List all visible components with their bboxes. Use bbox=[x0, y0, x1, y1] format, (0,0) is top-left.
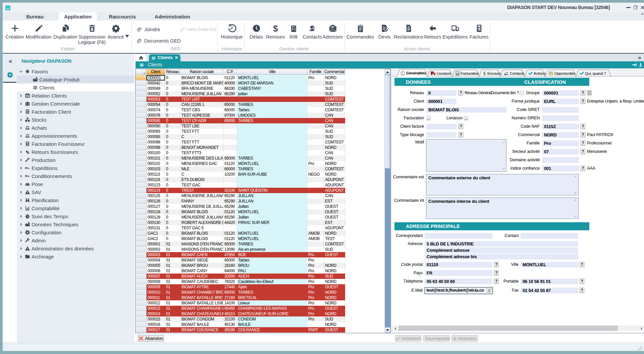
svg-text:€: € bbox=[478, 27, 480, 31]
svg-text:$: $ bbox=[483, 71, 486, 76]
svg-text:$: $ bbox=[273, 24, 278, 33]
